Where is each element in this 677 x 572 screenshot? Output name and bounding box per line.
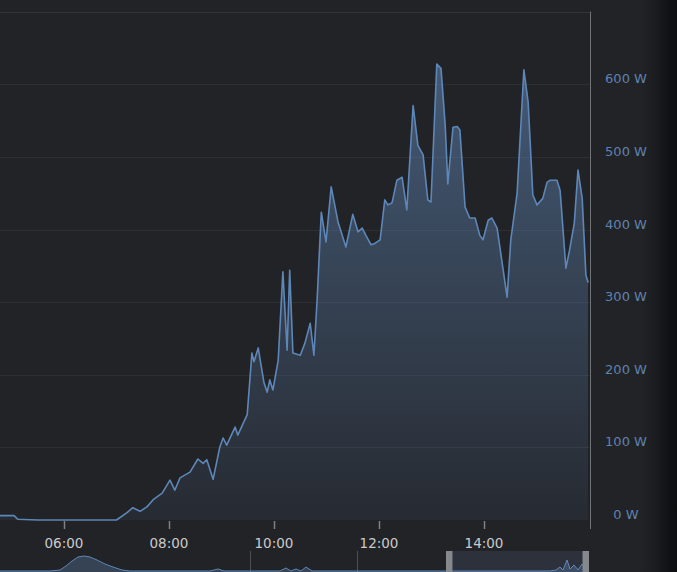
y-tick-label-600w: 600 W [590,71,662,87]
y-tick-label-300w: 300 W [590,289,662,305]
selection-handle-left[interactable] [446,551,453,572]
power-area-chart[interactable] [0,0,677,572]
time-range-selection[interactable] [453,551,583,572]
y-tick-label-0w: 0 W [590,507,662,523]
y-tick-label-400w: 400 W [590,217,662,233]
x-tick-label-1200: 12:00 [347,535,411,551]
selection-handle-right[interactable] [583,551,590,572]
x-tick-label-0600: 06:00 [32,535,96,551]
y-tick-label-500w: 500 W [590,144,662,160]
y-tick-label-200w: 200 W [590,362,662,378]
power-panel: 0 W100 W200 W300 W400 W500 W600 W 06:000… [0,0,677,572]
x-tick-label-1000: 10:00 [242,535,306,551]
x-tick-label-0800: 08:00 [137,535,201,551]
x-tick-label-1400: 14:00 [452,535,516,551]
y-tick-label-100w: 100 W [590,434,662,450]
